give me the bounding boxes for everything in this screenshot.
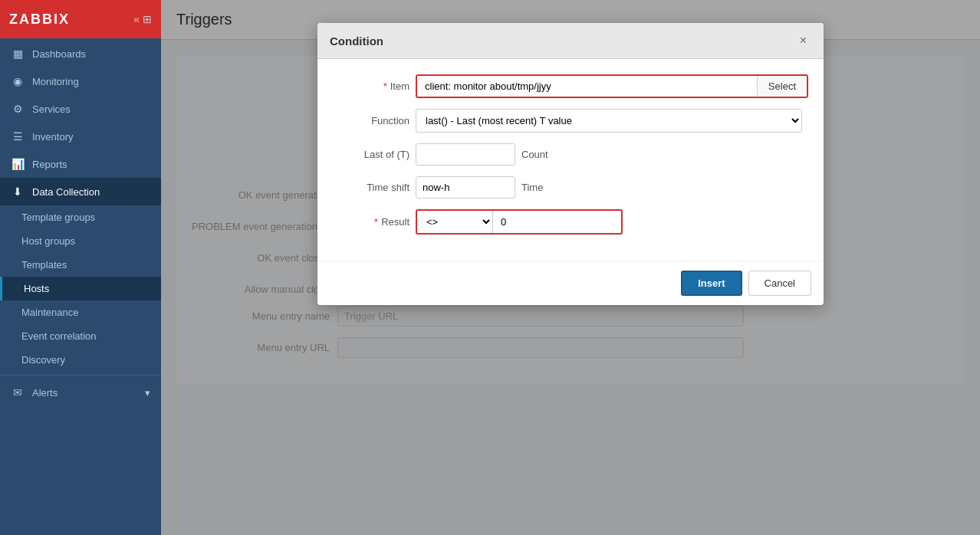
sidebar-item-template-groups[interactable]: Template groups [0, 205, 161, 229]
sidebar-item-hosts[interactable]: Hosts [0, 277, 161, 300]
sidebar-item-label: Services [32, 103, 71, 115]
sidebar-header: ZABBIX « ⊞ [0, 0, 161, 38]
dashboards-icon: ▦ [11, 48, 25, 60]
inventory-icon: ☰ [11, 130, 25, 143]
sidebar-item-reports[interactable]: 📊 Reports [0, 150, 161, 178]
sidebar-item-label: Reports [32, 159, 67, 170]
time-shift-label: Time shift [333, 182, 409, 193]
main-content: Triggers Expression constructor OK event… [161, 0, 980, 535]
function-select[interactable]: last() - Last (most recent) T valueavg()… [416, 109, 802, 133]
sidebar-item-label: Monitoring [32, 76, 79, 87]
sidebar-item-monitoring[interactable]: ◉ Monitoring [0, 67, 161, 95]
last-of-suffix: Count [521, 149, 548, 160]
cancel-button[interactable]: Cancel [748, 271, 811, 296]
modal-body: *Item Select Function last() - Last (mos… [317, 59, 824, 261]
sidebar-item-discovery[interactable]: Discovery [0, 348, 161, 372]
time-shift-row: Time shift Time [333, 176, 808, 199]
sidebar-item-label: Alerts [32, 387, 58, 399]
sidebar-item-services[interactable]: ⚙ Services [0, 95, 161, 123]
function-row: Function last() - Last (most recent) T v… [333, 109, 808, 133]
time-shift-suffix: Time [521, 182, 543, 193]
modal-header: Condition × [317, 40, 824, 59]
item-input-wrapper: Select [416, 74, 808, 98]
sidebar-item-event-correlation[interactable]: Event correlation [0, 324, 161, 348]
sidebar-item-inventory[interactable]: ☰ Inventory [0, 123, 161, 150]
modal-close-button[interactable]: × [795, 40, 811, 49]
sidebar: ZABBIX « ⊞ ▦ Dashboards ◉ Monitoring ⚙ S… [0, 0, 161, 535]
sidebar-divider [0, 375, 161, 376]
monitoring-icon: ◉ [11, 75, 25, 87]
reports-icon: 📊 [11, 158, 25, 170]
alerts-expand-icon: ▾ [145, 387, 150, 399]
zabbix-logo: ZABBIX [9, 11, 70, 28]
result-value-input[interactable] [493, 212, 623, 232]
sidebar-item-maintenance[interactable]: Maintenance [0, 300, 161, 324]
sidebar-collapse[interactable]: « ⊞ [133, 13, 152, 25]
item-input[interactable] [417, 76, 757, 97]
sidebar-item-data-collection[interactable]: ⬇ Data Collection [0, 178, 161, 205]
data-collection-icon: ⬇ [11, 185, 25, 198]
alerts-icon: ✉ [11, 386, 25, 399]
result-label: *Result [333, 216, 409, 228]
result-row: *Result =<><><=>=likenot likeregexpnot r… [333, 209, 808, 235]
sidebar-item-alerts[interactable]: ✉ Alerts ▾ [0, 379, 161, 406]
modal-overlay: Condition × *Item Select [161, 40, 980, 535]
last-of-t-row: Last of (T) Count [333, 143, 808, 166]
sidebar-item-label: Inventory [32, 131, 73, 143]
item-select-button[interactable]: Select [757, 76, 807, 97]
item-label: *Item [333, 80, 409, 92]
condition-modal: Condition × *Item Select [317, 40, 824, 305]
result-wrapper: =<><><=>=likenot likeregexpnot regexpbit… [416, 209, 623, 235]
item-required-star: * [383, 80, 387, 92]
item-row: *Item Select [333, 74, 808, 98]
modal-footer: Insert Cancel [317, 261, 824, 305]
function-label: Function [333, 115, 409, 126]
sidebar-item-templates[interactable]: Templates [0, 253, 161, 277]
sidebar-item-dashboards[interactable]: ▦ Dashboards [0, 40, 161, 67]
page-body: Expression constructor OK event generati… [161, 40, 980, 535]
services-icon: ⚙ [11, 103, 25, 115]
sidebar-item-label: Data Collection [32, 186, 100, 198]
insert-button[interactable]: Insert [681, 271, 742, 296]
last-of-label: Last of (T) [333, 149, 409, 160]
sidebar-nav: ▦ Dashboards ◉ Monitoring ⚙ Services ☰ I… [0, 38, 161, 408]
result-operator-select[interactable]: =<><><=>=likenot likeregexpnot regexpbit… [417, 211, 493, 233]
result-required-star: * [374, 216, 378, 228]
time-shift-input[interactable] [416, 176, 515, 199]
last-of-input[interactable] [416, 143, 515, 166]
sidebar-item-label: Dashboards [32, 48, 86, 60]
sidebar-item-host-groups[interactable]: Host groups [0, 229, 161, 253]
modal-title: Condition [330, 40, 383, 48]
